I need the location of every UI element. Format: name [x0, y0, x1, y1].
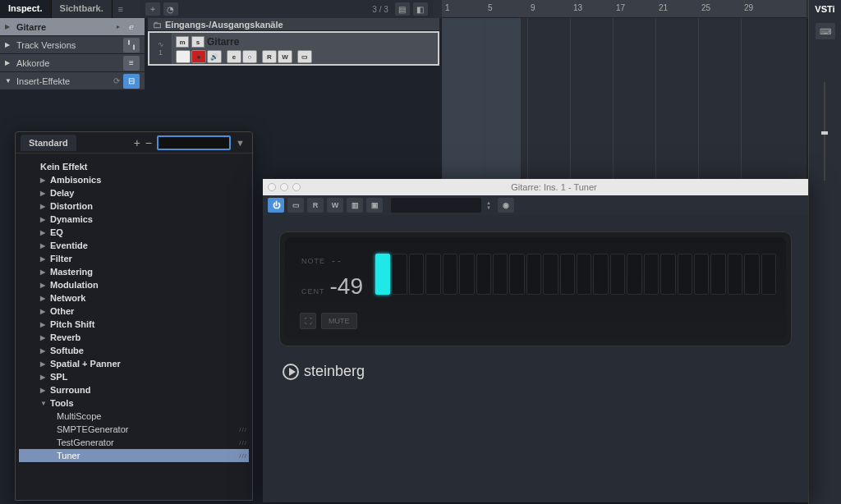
plugin-category[interactable]: ▶Filter [19, 252, 249, 265]
meter-segment [493, 254, 508, 295]
meter-segment [660, 254, 675, 295]
timeline-ruler[interactable]: 1591317212529 [442, 0, 807, 18]
mute-button[interactable]: MUTE [321, 313, 357, 329]
inspector-chords[interactable]: ▶ Akkorde ≡ [0, 54, 145, 72]
zoom-window-button[interactable] [292, 183, 301, 191]
vsti-rack-button[interactable]: ⌨ [816, 23, 835, 39]
plugin-category[interactable]: ▶Distortion [19, 199, 249, 213]
track-handle[interactable]: ∿ 1 [149, 33, 172, 64]
list-view-button[interactable]: ▤ [395, 2, 410, 16]
io-channels-folder[interactable]: 🗀 Eingangs-/Ausgangskanäle [148, 18, 439, 31]
cent-label: CENT [301, 287, 325, 296]
chords-settings-icon[interactable]: ≡ [123, 56, 140, 71]
plugin-category[interactable]: ▶Spatial + Panner [19, 357, 249, 370]
expand-arrow-icon: ▶ [40, 203, 48, 210]
monitor-button[interactable]: 🔊 [207, 50, 222, 63]
inspector-menu-icon[interactable]: ≡ [113, 0, 129, 18]
dropdown-icon[interactable]: ▼ [236, 138, 247, 148]
collapse-all-button[interactable]: − [145, 136, 152, 149]
expand-all-button[interactable]: + [134, 136, 140, 149]
inserts-bypass-icon[interactable]: ⊟ [123, 74, 140, 89]
snapshot-button[interactable]: ◉ [498, 198, 514, 213]
meter-segment [744, 254, 759, 295]
slider-handle[interactable] [821, 131, 828, 135]
plugin-power-button[interactable]: ⏻ [268, 198, 284, 213]
inspector-track-versions[interactable]: ▶ Track Versions ╹╻ [0, 36, 145, 54]
track-versions-icon[interactable]: ╹╻ [123, 38, 140, 53]
expand-arrow-icon: ▶ [40, 255, 48, 263]
plugin-category[interactable]: ▶Mastering [19, 265, 249, 278]
meter-segment [526, 254, 541, 295]
ruler-mark: 13 [573, 3, 582, 12]
plugin-category[interactable]: ▶Eventide [19, 239, 249, 252]
edit-channel-button[interactable]: e [227, 50, 241, 63]
meter-segment [560, 254, 575, 295]
plugin-category[interactable]: ▶EQ [19, 226, 249, 239]
note-value: -- [332, 255, 343, 267]
plugin-category[interactable]: ▶Surround [19, 383, 249, 396]
expand-arrow-icon: ▶ [40, 242, 48, 250]
read-automation-button[interactable]: R [262, 50, 277, 63]
record-enable-button[interactable]: ● [191, 50, 206, 63]
plugin-slots-icon: /// [239, 439, 247, 447]
close-window-button[interactable] [268, 183, 276, 191]
plugin-category[interactable]: ▶Ambisonics [19, 173, 249, 186]
plugin-category[interactable]: ▶Dynamics [19, 213, 249, 226]
tab-vsti[interactable]: VSTi [809, 0, 841, 18]
track-name[interactable]: Gitarre [207, 36, 239, 48]
plugin-category[interactable]: ▶Delay [19, 186, 249, 199]
ruler-mark: 21 [659, 3, 668, 12]
plugin-category[interactable]: ▶Reverb [19, 331, 249, 344]
plugin-item[interactable]: MultiScope [19, 410, 249, 423]
meter-segment [509, 254, 524, 295]
meter-segment [577, 254, 591, 295]
browser-tab-standard[interactable]: Standard [21, 135, 76, 151]
minimize-window-button[interactable] [280, 183, 288, 191]
plugin-category[interactable]: ▶Network [19, 291, 249, 305]
write-automation-button[interactable]: W [327, 198, 343, 213]
toolbar-button[interactable]: ◧ [413, 2, 428, 16]
expand-arrow-icon: ▶ [40, 373, 48, 381]
toolbar-button[interactable]: ◔ [163, 2, 178, 16]
expand-arrow-icon: ▶ [40, 347, 48, 355]
write-automation-button[interactable]: W [278, 50, 292, 63]
plugin-toolbar-button[interactable]: ▭ [287, 198, 304, 213]
plugin-toolbar-button[interactable]: ▣ [366, 198, 383, 213]
edit-channel-icon[interactable]: ℯ [123, 20, 140, 34]
tab-inspector[interactable]: Inspect. [0, 0, 52, 18]
folder-icon: 🗀 [153, 20, 162, 30]
arrangement-area[interactable] [442, 18, 807, 182]
fullscreen-button[interactable]: ⛶ [300, 313, 316, 329]
meter-segment [443, 254, 457, 295]
plugin-item[interactable]: SMPTEGenerator/// [19, 423, 249, 436]
inspector-track-header[interactable]: ▶ Gitarre ▸ ℯ [0, 18, 145, 36]
plugin-toolbar-button[interactable]: ▥ [347, 198, 363, 213]
add-track-button[interactable]: ＋ [145, 2, 160, 16]
expand-arrow-icon: ▶ [40, 190, 48, 197]
inspector-inserts[interactable]: ▼ Insert-Effekte ⟳ ⊟ [0, 72, 145, 90]
plugin-tree[interactable]: Kein Effekt▶Ambisonics▶Delay▶Distortion▶… [16, 153, 252, 469]
plugin-category[interactable]: ▶SPL [19, 370, 249, 383]
mute-button[interactable]: m [176, 36, 189, 48]
window-titlebar[interactable]: Gitarre: Ins. 1 - Tuner [263, 179, 808, 195]
plugin-category[interactable]: ▶Pitch Shift [19, 318, 249, 331]
meter-segment [644, 254, 659, 295]
read-automation-button[interactable]: R [307, 198, 324, 213]
plugin-category[interactable]: ▼Tools [19, 396, 249, 410]
solo-button[interactable]: s [191, 36, 205, 48]
track-checkbox[interactable] [176, 50, 191, 63]
preset-selector[interactable] [391, 198, 481, 213]
plugin-category[interactable]: Kein Effekt [19, 160, 249, 173]
vsti-slider[interactable] [821, 82, 828, 181]
plugin-search-input[interactable] [157, 135, 231, 150]
freeze-button[interactable]: ○ [242, 50, 257, 63]
tab-visibility[interactable]: Sichtbark. [52, 0, 113, 18]
plugin-item-selected[interactable]: Tuner/// [19, 449, 249, 462]
plugin-item[interactable]: TestGenerator/// [19, 436, 249, 449]
plugin-category[interactable]: ▶Softube [19, 344, 249, 357]
plugin-category[interactable]: ▶Modulation [19, 278, 249, 291]
plugin-category[interactable]: ▶Other [19, 305, 249, 318]
track-row[interactable]: ∿ 1 m s Gitarre ● 🔊 e ○ R W ▭ [148, 31, 439, 66]
lanes-button[interactable]: ▭ [297, 50, 312, 63]
tuning-meter [375, 254, 776, 295]
